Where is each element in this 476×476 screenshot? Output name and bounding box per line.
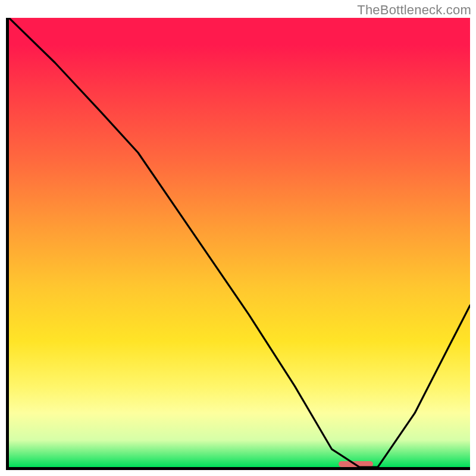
bottleneck-curve — [9, 18, 470, 467]
watermark-text: TheBottleneck.com — [357, 2, 471, 18]
chart-container: TheBottleneck.com — [0, 0, 476, 476]
plot-area — [6, 18, 470, 470]
